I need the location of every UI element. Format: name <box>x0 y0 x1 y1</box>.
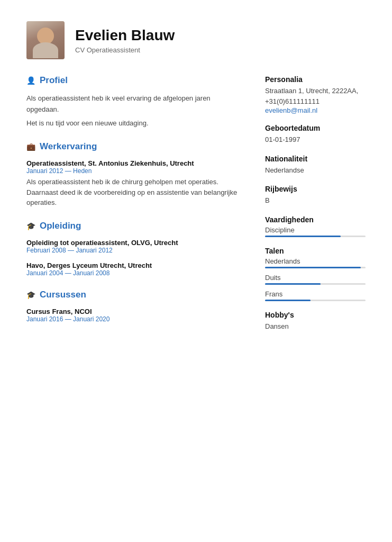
geboortedatum-title: Geboortedatum <box>265 124 366 132</box>
rijbewijs-section: Rijbewijs B <box>265 185 366 206</box>
cursussen-title: 🎓 Cursussen <box>26 290 244 302</box>
person-name: Evelien Blauw <box>75 26 175 44</box>
skill-nederlands-name: Nederlands <box>265 257 366 265</box>
opleiding-section: 🎓 Opleiding Opleiding tot operatieassist… <box>26 221 244 277</box>
nationaliteit-title: Nationaliteit <box>265 155 366 163</box>
werk-entry-0-title: Operatieassistent, St. Antonius Ziekenhu… <box>26 159 244 167</box>
briefcase-icon: 💼 <box>26 142 35 151</box>
personalia-email[interactable]: evelienb@mail.nl <box>265 106 317 114</box>
skill-discipline: Discipline <box>265 226 366 237</box>
person-icon: 👤 <box>26 76 35 85</box>
personalia-title: Personalia <box>265 75 366 84</box>
werk-entry-0-desc: Als operatieassistent heb ik de chirurg … <box>26 177 244 208</box>
skill-discipline-bar-fill <box>265 236 341 237</box>
vaardigheden-section: Vaardigheden Discipline <box>265 215 366 237</box>
opleiding-entry-0: Opleiding tot operatieassistent, OLVG, U… <box>26 239 244 254</box>
opleiding-entry-0-date: Februari 2008 — Januari 2012 <box>26 247 244 254</box>
skill-frans: Frans <box>265 290 366 301</box>
diploma-icon: 🎓 <box>26 291 35 299</box>
skill-discipline-name: Discipline <box>265 226 366 234</box>
skill-frans-name: Frans <box>265 290 366 298</box>
hobbys-title: Hobby's <box>265 311 366 319</box>
vaardigheden-title: Vaardigheden <box>265 215 366 224</box>
werk-entry-0: Operatieassistent, St. Antonius Ziekenhu… <box>26 159 244 208</box>
personalia-section: Personalia Straatlaan 1, Utrecht, 2222AA… <box>265 75 366 114</box>
geboortedatum-section: Geboortedatum 01-01-1997 <box>265 124 366 145</box>
graduation-icon: 🎓 <box>26 222 35 230</box>
hobbys-value: Dansen <box>265 321 366 332</box>
avatar-image <box>26 21 65 59</box>
geboortedatum-value: 01-01-1997 <box>265 134 366 145</box>
werkervaring-title: 💼 Werkervaring <box>26 141 244 154</box>
skill-frans-bar-bg <box>265 300 366 301</box>
skill-duits-bar-bg <box>265 283 366 285</box>
cursussen-section: 🎓 Cursussen Cursus Frans, NCOI Januari 2… <box>26 290 244 323</box>
header-section: Evelien Blauw CV Operatieassistent <box>26 21 366 59</box>
profiel-section: 👤 Profiel Als operatieassistent heb ik v… <box>26 75 244 129</box>
person-subtitle: CV Operatieassistent <box>75 46 175 54</box>
opleiding-entry-1-date: Januari 2004 — Januari 2008 <box>26 269 244 277</box>
nationaliteit-section: Nationaliteit Nederlandse <box>265 155 366 176</box>
skill-duits: Duits <box>265 274 366 285</box>
left-column: 👤 Profiel Als operatieassistent heb ik v… <box>26 75 244 341</box>
opleiding-entry-1: Havo, Derges Lyceum Utrecht, Utrecht Jan… <box>26 261 244 277</box>
skill-nederlands-bar-bg <box>265 267 366 268</box>
talen-title: Talen <box>265 247 366 255</box>
skill-duits-name: Duits <box>265 274 366 282</box>
opleiding-entry-1-title: Havo, Derges Lyceum Utrecht, Utrecht <box>26 261 244 269</box>
cursus-entry-0-date: Januari 2016 — Januari 2020 <box>26 315 244 323</box>
werk-entry-0-date: Januari 2012 — Heden <box>26 167 244 175</box>
skill-nederlands-bar-fill <box>265 267 361 268</box>
profiel-line-2: Het is nu tijd voor een nieuwe uitdaging… <box>26 118 244 129</box>
personalia-phone: +31(0)611111111 <box>265 96 366 107</box>
cursus-entry-0-title: Cursus Frans, NCOI <box>26 308 244 315</box>
hobbys-section: Hobby's Dansen <box>265 311 366 332</box>
skill-duits-bar-fill <box>265 283 321 285</box>
nationaliteit-value: Nederlandse <box>265 165 366 176</box>
rijbewijs-title: Rijbewijs <box>265 185 366 193</box>
rijbewijs-value: B <box>265 195 366 206</box>
skill-discipline-bar-bg <box>265 236 366 237</box>
avatar <box>26 21 65 59</box>
skill-frans-bar-fill <box>265 300 311 301</box>
opleiding-title: 🎓 Opleiding <box>26 221 244 233</box>
right-column: Personalia Straatlaan 1, Utrecht, 2222AA… <box>265 75 366 341</box>
werkervaring-section: 💼 Werkervaring Operatieassistent, St. An… <box>26 141 244 208</box>
header-text: Evelien Blauw CV Operatieassistent <box>75 26 175 54</box>
personalia-address: Straatlaan 1, Utrecht, 2222AA, <box>265 86 366 96</box>
skill-nederlands: Nederlands <box>265 257 366 268</box>
talen-section: Talen Nederlands Duits Frans <box>265 247 366 301</box>
profiel-line-1: Als operatieassistent heb ik veel ervari… <box>26 93 244 115</box>
main-content: 👤 Profiel Als operatieassistent heb ik v… <box>26 75 366 341</box>
cursus-entry-0: Cursus Frans, NCOI Januari 2016 — Januar… <box>26 308 244 323</box>
profiel-title: 👤 Profiel <box>26 75 244 88</box>
opleiding-entry-0-title: Opleiding tot operatieassistent, OLVG, U… <box>26 239 244 247</box>
